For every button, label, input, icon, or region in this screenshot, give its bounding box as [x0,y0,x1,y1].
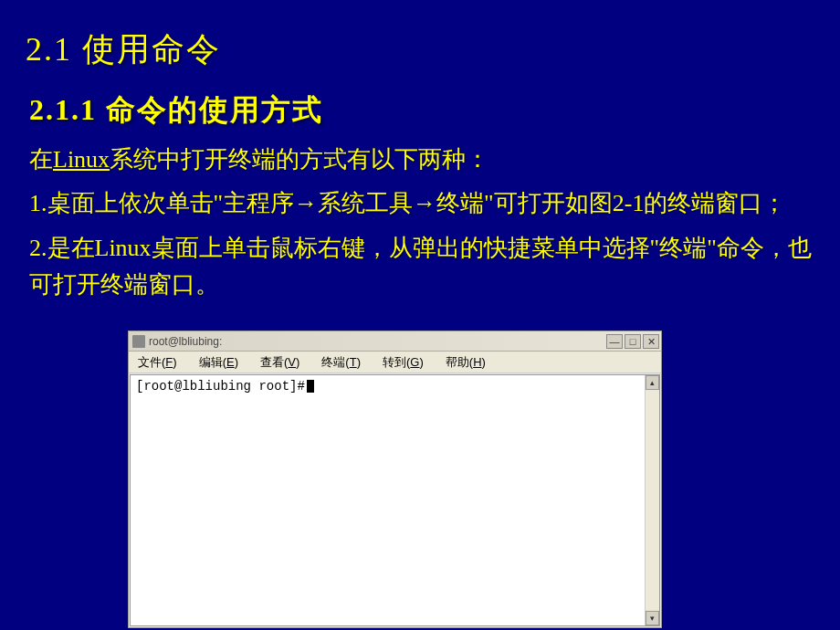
menu-file-label: 文件 [138,355,162,369]
list-item-1: 1.桌面上依次单击"主程序→系统工具→终端"可打开如图2-1的终端窗口； [0,182,840,226]
menu-edit-accel: E [226,355,235,369]
menu-file[interactable]: 文件(F) [138,354,177,371]
menu-edit-label: 编辑 [199,355,223,369]
window-titlebar[interactable]: root@lbliubing: — □ ✕ [129,331,661,352]
list-item-2: 2.是在Linux桌面上单击鼠标右键，从弹出的快捷菜单中选择"终端"命令，也可打… [0,226,840,308]
maximize-button[interactable]: □ [625,334,641,349]
vertical-scrollbar[interactable]: ▴ ▾ [645,375,659,625]
menu-terminal[interactable]: 终端(T) [321,354,361,371]
intro-suffix: 系统中打开终端的方式有以下两种： [110,146,489,173]
scroll-down-button[interactable]: ▾ [646,611,659,625]
subsection-title: 2.1.1 命令的使用方式 [0,72,840,138]
window-icon [132,335,145,348]
window-controls: — □ ✕ [606,334,659,349]
close-button[interactable]: ✕ [643,334,659,349]
menu-view[interactable]: 查看(V) [260,354,299,371]
scroll-up-button[interactable]: ▴ [646,375,659,390]
menu-go-label: 转到 [383,355,406,369]
window-title: root@lbliubing: [149,335,606,348]
menu-help-label: 帮助 [446,355,469,369]
menu-help[interactable]: 帮助(H) [446,354,486,371]
menu-view-label: 查看 [260,355,284,369]
menu-go[interactable]: 转到(G) [383,354,424,371]
prompt-line: [root@lbliubing root]# [136,379,639,394]
scroll-track[interactable] [646,390,659,611]
linux-keyword: Linux [53,146,110,173]
menu-go-accel: G [410,355,419,369]
shell-prompt: [root@lbliubing root]# [136,379,305,394]
minimize-button[interactable]: — [606,334,623,349]
intro-prefix: 在 [29,146,53,173]
terminal-output[interactable]: [root@lbliubing root]# [131,375,645,625]
menu-terminal-label: 终端 [321,355,345,369]
terminal-window: root@lbliubing: — □ ✕ 文件(F) 编辑(E) 查看(V) … [128,331,662,628]
cursor-icon [307,380,314,393]
menu-terminal-accel: T [350,355,357,369]
section-title: 2.1 使用命令 [0,0,840,72]
menu-edit[interactable]: 编辑(E) [199,354,238,371]
terminal-content[interactable]: [root@lbliubing root]# ▴ ▾ [130,374,660,626]
menu-bar: 文件(F) 编辑(E) 查看(V) 终端(T) 转到(G) 帮助(H) [129,352,661,373]
menu-help-accel: H [473,355,481,369]
intro-text: 在Linux系统中打开终端的方式有以下两种： [0,138,840,182]
menu-view-accel: V [288,355,296,369]
menu-file-accel: F [165,355,173,369]
